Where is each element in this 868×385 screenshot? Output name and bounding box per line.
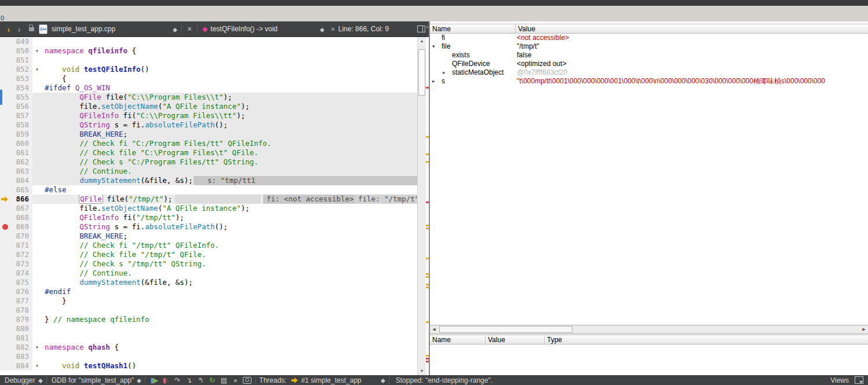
code-line-866[interactable]: 866 QFile file("/tmp/t");fi: <not access… xyxy=(0,195,417,204)
line-number[interactable]: 869 xyxy=(0,222,32,232)
line-number[interactable]: 850 xyxy=(0,46,32,56)
scroll-up-icon[interactable]: ▲ xyxy=(418,37,426,45)
variable-name-cell[interactable]: QFileDevice xyxy=(430,60,516,68)
scroll-down-icon[interactable]: ▼ xyxy=(418,367,426,375)
code-text[interactable]: #endif xyxy=(42,287,417,296)
line-number[interactable]: 865 xyxy=(0,185,32,195)
file-dropdown-icon[interactable] xyxy=(172,25,178,33)
code-line-873[interactable]: 873 // Check s "/tmp/tt" QString. xyxy=(0,259,417,269)
expander-closed-icon[interactable]: ▸ xyxy=(432,77,435,86)
variable-value[interactable]: @0x7ffff683cf20 xyxy=(516,68,868,77)
show-source-icon[interactable]: ▤ xyxy=(218,376,229,385)
variable-value[interactable]: "/tmp/t" xyxy=(516,42,868,51)
scroll-right-icon[interactable]: ▶ xyxy=(860,325,868,333)
line-number[interactable]: 859 xyxy=(0,130,32,139)
code-line-868[interactable]: 868 QFileInfo fi("/tmp/tt"); xyxy=(0,213,417,222)
forward-icon[interactable]: › xyxy=(14,22,24,36)
code-text[interactable]: void testQHash1() xyxy=(42,361,417,371)
code-line-855[interactable]: 855 QFile file("C:\\Program Files\\t"); xyxy=(0,93,417,102)
step-out-icon[interactable]: ↰ xyxy=(195,376,206,385)
variable-name-cell[interactable]: exists xyxy=(430,51,516,60)
interrupt-icon[interactable]: ▮↓ xyxy=(161,376,171,385)
code-text[interactable]: QFile file("C:\\Program Files\\t"); xyxy=(42,93,417,102)
code-text[interactable] xyxy=(42,37,417,46)
locals-row-fi[interactable]: fi<not accessible> xyxy=(430,34,868,42)
code-text[interactable]: QFileInfo fi("/tmp/tt"); xyxy=(42,213,417,222)
back-icon[interactable]: ‹ xyxy=(3,22,14,36)
symbol-dropdown-icon[interactable] xyxy=(319,25,325,33)
code-line-871[interactable]: 871 // Check fi "/tmp/tt" QFileInfo. xyxy=(0,241,417,250)
line-number[interactable]: 882 xyxy=(0,343,32,352)
line-number[interactable]: 872 xyxy=(0,250,32,259)
line-number[interactable]: 862 xyxy=(0,157,32,167)
line-number[interactable]: 883 xyxy=(0,352,32,361)
line-number[interactable]: 874 xyxy=(0,269,32,278)
code-line-863[interactable]: 863 // Continue. xyxy=(0,167,417,176)
continue-icon[interactable]: ▮▶ xyxy=(149,376,159,385)
line-number[interactable]: 867 xyxy=(0,204,32,213)
step-over-icon[interactable]: ↷ xyxy=(172,376,183,385)
watch-column-value[interactable]: Value xyxy=(486,335,545,344)
locals-row-s[interactable]: ▸s"t\000mp/tt\0001\000\000\000\001\000\t… xyxy=(430,77,868,86)
code-line-865[interactable]: 865#else xyxy=(0,185,417,195)
code-line-864[interactable]: 864 dummyStatement(&file, &s);s: "tmp/tt… xyxy=(0,176,417,185)
scrollbar-thumb[interactable] xyxy=(439,326,572,333)
code-line-859[interactable]: 859 BREAK_HERE; xyxy=(0,130,417,139)
code-text[interactable]: QFile file("/tmp/t");fi: <not accessible… xyxy=(42,195,417,204)
code-line-849[interactable]: 849 xyxy=(0,37,417,46)
code-text[interactable] xyxy=(42,352,417,361)
code-text[interactable]: // Check s "C:/Program Files/tt" QString… xyxy=(42,157,417,167)
code-text[interactable]: #else xyxy=(42,185,417,195)
code-text[interactable]: namespace qhash { xyxy=(42,343,417,352)
locals-row-staticMetaObject[interactable]: ▸staticMetaObject@0x7ffff683cf20 xyxy=(430,68,868,77)
debugger-dropdown-icon[interactable] xyxy=(38,376,43,384)
variable-value[interactable]: <optimized out> xyxy=(516,60,868,68)
line-number[interactable]: 849 xyxy=(0,37,32,46)
code-line-882[interactable]: 882▾namespace qhash { xyxy=(0,343,417,352)
line-number[interactable]: 880 xyxy=(0,324,32,333)
line-number[interactable]: 855 xyxy=(0,93,32,102)
snapshot-icon[interactable] xyxy=(242,376,252,385)
debugger-mode-label[interactable]: Debugger xyxy=(5,376,35,384)
locals-row-QFileDevice[interactable]: QFileDevice<optimized out> xyxy=(430,60,868,68)
code-text[interactable] xyxy=(42,333,417,343)
line-number[interactable]: 879 xyxy=(0,315,32,324)
code-text[interactable]: dummyStatement(&file, &s);s: "tmp/tt1 xyxy=(42,176,417,185)
code-line-879[interactable]: 879} // namespace qfileinfo xyxy=(0,315,417,324)
lock-icon[interactable] xyxy=(29,27,34,31)
step-into-icon[interactable]: ↴ xyxy=(184,376,194,385)
code-text[interactable]: #ifdef Q_OS_WIN xyxy=(42,83,417,93)
fold-marker-icon[interactable]: ▾ xyxy=(32,65,42,74)
restart-icon[interactable]: ↻ xyxy=(207,376,217,385)
line-number[interactable]: 856 xyxy=(0,102,32,111)
code-line-884[interactable]: 884▾ void testQHash1() xyxy=(0,361,417,371)
line-number[interactable]: 866 xyxy=(0,195,32,204)
variable-value[interactable]: <not accessible> xyxy=(516,34,868,42)
code-text[interactable]: QString s = fi.absoluteFilePath(); xyxy=(42,120,417,130)
code-text[interactable]: file.setObjectName("A QFile instance"); xyxy=(42,102,417,111)
code-line-850[interactable]: 850▾namespace qfileinfo { xyxy=(0,46,417,56)
code-line-870[interactable]: 870 BREAK_HERE; xyxy=(0,232,417,241)
code-line-881[interactable]: 881 xyxy=(0,333,417,343)
split-editor-icon[interactable] xyxy=(417,25,425,32)
code-line-872[interactable]: 872 // Check file "/tmp/t" QFile. xyxy=(0,250,417,259)
code-line-860[interactable]: 860 // Check fi "C:/Program Files/tt" QF… xyxy=(0,139,417,148)
variable-value[interactable]: false xyxy=(516,51,868,60)
code-line-875[interactable]: 875 dummyStatement(&file, &s); xyxy=(0,278,417,287)
line-number[interactable]: 878 xyxy=(0,306,32,315)
line-number[interactable]: 861 xyxy=(0,148,32,157)
line-number[interactable]: 868 xyxy=(0,213,32,222)
variable-name-cell[interactable]: ▾file xyxy=(430,42,516,51)
variable-name-cell[interactable]: ▸staticMetaObject xyxy=(430,68,516,77)
code-line-854[interactable]: 854#ifdef Q_OS_WIN xyxy=(0,83,417,93)
editor-vertical-scrollbar[interactable]: ▲ ▼ xyxy=(417,37,426,375)
locals-horizontal-scrollbar[interactable]: ◀ ▶ xyxy=(430,325,868,334)
code-text[interactable]: void testQFileInfo() xyxy=(42,65,417,74)
code-line-880[interactable]: 880 xyxy=(0,324,417,333)
code-text[interactable]: // Check fi "C:/Program Files/tt" QFileI… xyxy=(42,139,417,148)
code-line-861[interactable]: 861 // Check file "C:\Program Files\t" Q… xyxy=(0,148,417,157)
code-text[interactable]: } // namespace qfileinfo xyxy=(42,315,417,324)
line-number[interactable]: 857 xyxy=(0,111,32,120)
code-line-856[interactable]: 856 file.setObjectName("A QFile instance… xyxy=(0,102,417,111)
watch-column-type[interactable]: Type xyxy=(545,335,868,344)
